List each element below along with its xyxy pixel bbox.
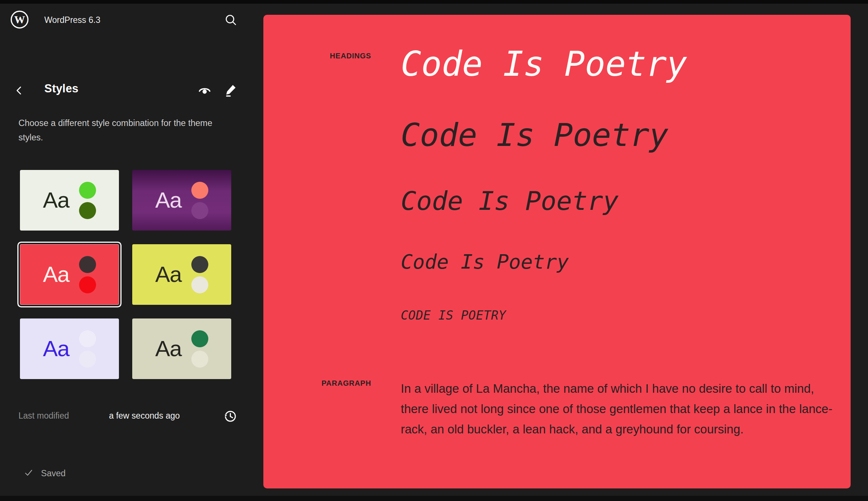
variation-color-dots — [79, 330, 96, 368]
styles-description: Choose a different style combination for… — [18, 116, 231, 145]
paragraph-specimen: In a village of La Mancha, the name of w… — [401, 378, 833, 439]
style-variation-6[interactable]: Aa — [132, 318, 231, 379]
specimen-h4: Code Is Poetry — [401, 252, 569, 272]
specimen-h3: Code Is Poetry — [401, 188, 619, 214]
color-dot — [191, 256, 208, 273]
variation-color-dots — [79, 182, 96, 219]
window-top-edge — [0, 0, 868, 4]
specimen-h2: Code Is Poetry — [401, 119, 669, 151]
specimen-h1: Code Is Poetry — [401, 47, 687, 81]
revisions-button[interactable] — [221, 407, 239, 425]
svg-text:W: W — [14, 14, 25, 25]
color-dot — [79, 351, 96, 368]
saved-label: Saved — [41, 468, 66, 478]
check-icon — [24, 468, 34, 479]
style-variation-2[interactable]: Aa — [132, 170, 231, 231]
search-button[interactable] — [222, 11, 240, 29]
variation-sample-text: Aa — [155, 263, 181, 286]
color-dot — [79, 256, 96, 273]
wordpress-logo-icon: W — [10, 10, 29, 29]
chevron-left-icon — [13, 84, 25, 97]
variation-color-dots — [191, 256, 208, 293]
headings-section-label: HEADINGS — [263, 52, 371, 60]
style-variation-4[interactable]: Aa — [132, 244, 231, 305]
style-variations-grid: AaAaAaAaAaAa — [20, 170, 231, 379]
color-dot — [191, 202, 208, 219]
saved-status: Saved — [24, 468, 66, 479]
window-bottom-edge — [0, 496, 868, 501]
site-title: WordPress 6.3 — [44, 15, 100, 25]
variation-color-dots — [191, 330, 208, 368]
style-book-canvas[interactable]: HEADINGS Code Is PoetryCode Is PoetryCod… — [263, 15, 851, 488]
variation-sample-text: Aa — [155, 189, 181, 211]
panel-title: Styles — [44, 82, 79, 95]
variation-sample-text: Aa — [43, 338, 69, 360]
variation-color-dots — [191, 182, 208, 219]
color-dot — [191, 276, 208, 293]
style-book-preview-button[interactable] — [196, 81, 213, 99]
style-variation-1[interactable]: Aa — [20, 170, 119, 231]
search-icon — [223, 13, 238, 27]
specimen-h5: CODE IS POETRY — [401, 309, 506, 321]
history-clock-icon — [222, 408, 238, 424]
style-variation-5[interactable]: Aa — [20, 318, 119, 379]
color-dot — [191, 351, 208, 368]
paragraph-section-label: PARAGRAPH — [263, 379, 371, 388]
variation-sample-text: Aa — [43, 263, 69, 286]
color-dot — [79, 202, 96, 219]
eye-icon — [197, 83, 212, 98]
color-dot — [191, 330, 208, 347]
color-dot — [191, 182, 208, 199]
variation-sample-text: Aa — [43, 189, 69, 211]
pencil-icon — [223, 83, 238, 98]
variation-sample-text: Aa — [155, 338, 181, 360]
color-dot — [79, 330, 96, 347]
color-dot — [79, 276, 96, 293]
back-button[interactable] — [11, 82, 27, 99]
color-dot — [79, 182, 96, 199]
last-modified-value: a few seconds ago — [109, 411, 180, 421]
edit-styles-button[interactable] — [222, 81, 239, 99]
style-variation-3-selected[interactable]: Aa — [20, 244, 119, 305]
last-modified-label: Last modified — [18, 411, 69, 421]
variation-color-dots — [79, 256, 96, 293]
